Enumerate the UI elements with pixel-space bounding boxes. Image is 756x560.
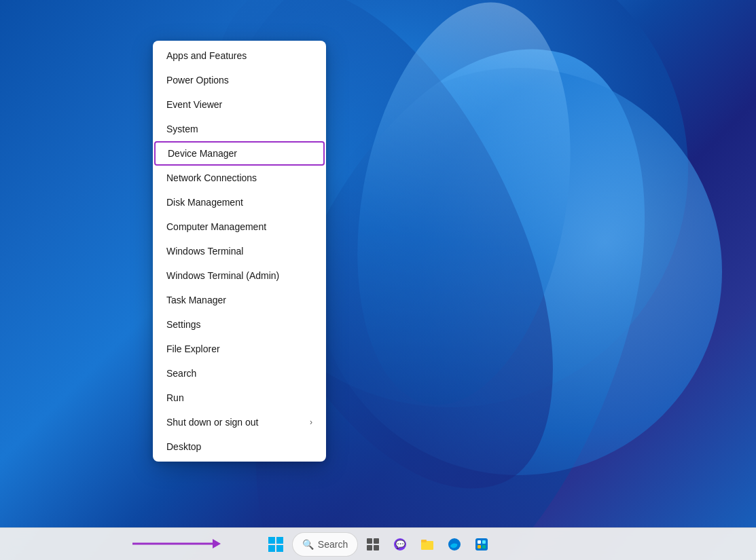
menu-item-task-manager[interactable]: Task Manager bbox=[153, 288, 326, 312]
arrow-annotation bbox=[132, 537, 221, 550]
menu-item-label-computer-management: Computer Management bbox=[166, 221, 266, 232]
menu-item-system[interactable]: System bbox=[153, 117, 326, 141]
file-explorer-icon bbox=[420, 537, 435, 552]
svg-rect-2 bbox=[268, 537, 275, 544]
svg-rect-13 bbox=[421, 540, 427, 542]
taskbar: 🔍 Search 💬 bbox=[0, 527, 756, 560]
menu-item-label-desktop: Desktop bbox=[166, 441, 201, 452]
svg-text:💬: 💬 bbox=[395, 539, 406, 549]
menu-item-label-apps-features: Apps and Features bbox=[166, 50, 247, 61]
menu-item-label-search: Search bbox=[166, 368, 196, 379]
windows-logo-icon bbox=[268, 537, 283, 552]
menu-item-run[interactable]: Run bbox=[153, 386, 326, 410]
svg-rect-16 bbox=[478, 540, 481, 544]
menu-item-apps-features[interactable]: Apps and Features bbox=[153, 43, 326, 68]
menu-item-label-windows-terminal: Windows Terminal bbox=[166, 246, 243, 257]
menu-item-label-event-viewer: Event Viewer bbox=[166, 99, 222, 110]
edge-button[interactable] bbox=[442, 532, 467, 557]
menu-item-desktop[interactable]: Desktop bbox=[153, 434, 326, 459]
menu-item-label-file-explorer: File Explorer bbox=[166, 343, 220, 354]
svg-rect-5 bbox=[276, 545, 283, 552]
svg-rect-4 bbox=[268, 545, 275, 552]
svg-rect-9 bbox=[374, 545, 379, 550]
menu-item-label-device-manager: Device Manager bbox=[168, 148, 237, 159]
svg-rect-6 bbox=[367, 538, 372, 544]
menu-item-device-manager[interactable]: Device Manager bbox=[154, 141, 325, 166]
desktop: Apps and FeaturesPower OptionsEvent View… bbox=[0, 0, 756, 560]
chevron-icon-shut-down: › bbox=[310, 417, 312, 427]
menu-item-computer-management[interactable]: Computer Management bbox=[153, 214, 326, 239]
file-explorer-button[interactable] bbox=[415, 532, 439, 557]
taskbar-search[interactable]: 🔍 Search bbox=[292, 532, 358, 557]
menu-item-label-run: Run bbox=[166, 392, 184, 403]
menu-item-network-connections[interactable]: Network Connections bbox=[153, 166, 326, 190]
menu-item-label-disk-management: Disk Management bbox=[166, 197, 243, 208]
svg-rect-7 bbox=[374, 538, 379, 544]
menu-item-windows-terminal[interactable]: Windows Terminal bbox=[153, 239, 326, 263]
svg-rect-3 bbox=[276, 537, 283, 544]
task-view-icon bbox=[366, 538, 380, 551]
task-view-button[interactable] bbox=[361, 532, 385, 557]
menu-item-label-windows-terminal-admin: Windows Terminal (Admin) bbox=[166, 270, 279, 281]
store-button[interactable] bbox=[469, 532, 494, 557]
menu-item-disk-management[interactable]: Disk Management bbox=[153, 190, 326, 214]
svg-marker-1 bbox=[213, 539, 221, 548]
menu-item-label-network-connections: Network Connections bbox=[166, 172, 257, 183]
menu-item-event-viewer[interactable]: Event Viewer bbox=[153, 92, 326, 117]
search-icon: 🔍 bbox=[302, 539, 314, 550]
store-icon bbox=[474, 537, 489, 552]
svg-rect-18 bbox=[478, 545, 481, 548]
menu-item-file-explorer[interactable]: File Explorer bbox=[153, 337, 326, 361]
menu-item-windows-terminal-admin[interactable]: Windows Terminal (Admin) bbox=[153, 263, 326, 288]
edge-icon bbox=[447, 537, 462, 552]
menu-item-label-shut-down: Shut down or sign out bbox=[166, 417, 258, 428]
chat-icon: 💬 bbox=[393, 537, 408, 552]
context-menu: Apps and FeaturesPower OptionsEvent View… bbox=[153, 41, 326, 462]
menu-item-label-power-options: Power Options bbox=[166, 75, 229, 86]
svg-rect-15 bbox=[475, 538, 488, 550]
menu-item-shut-down[interactable]: Shut down or sign out› bbox=[153, 410, 326, 434]
menu-item-label-task-manager: Task Manager bbox=[166, 295, 226, 305]
svg-rect-19 bbox=[482, 545, 486, 548]
taskbar-items: 🔍 Search 💬 bbox=[262, 531, 494, 558]
svg-rect-17 bbox=[482, 540, 486, 544]
svg-rect-8 bbox=[367, 545, 372, 550]
taskbar-search-label: Search bbox=[318, 539, 348, 550]
menu-item-search[interactable]: Search bbox=[153, 361, 326, 386]
menu-item-power-options[interactable]: Power Options bbox=[153, 68, 326, 92]
menu-item-settings[interactable]: Settings bbox=[153, 312, 326, 337]
chat-button[interactable]: 💬 bbox=[388, 532, 412, 557]
start-button[interactable] bbox=[262, 531, 289, 558]
menu-item-label-settings: Settings bbox=[166, 319, 201, 330]
menu-item-label-system: System bbox=[166, 124, 198, 134]
